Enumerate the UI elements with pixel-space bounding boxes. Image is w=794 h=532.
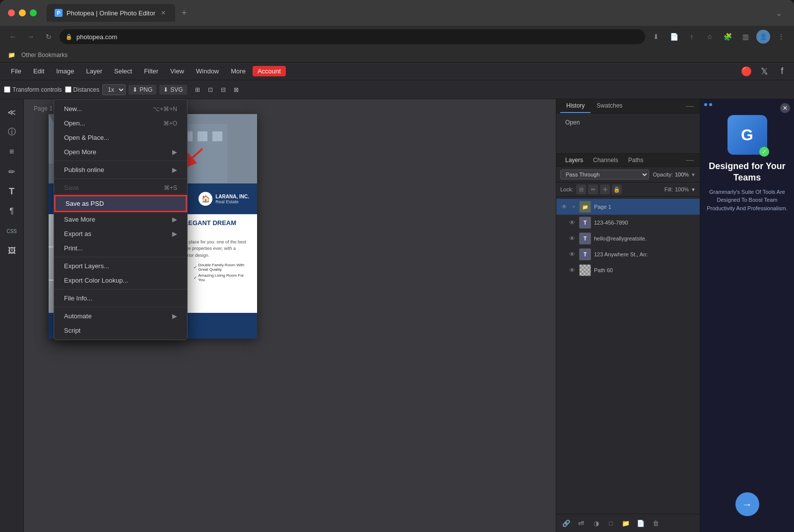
menu-open-more[interactable]: Open More ▶: [54, 145, 187, 159]
menu-export-layers[interactable]: Export Layers...: [54, 259, 187, 273]
reddit-icon[interactable]: 🔴: [740, 65, 752, 77]
ad-next-button[interactable]: →: [735, 492, 759, 516]
blend-mode-select[interactable]: Pass Through Normal Multiply: [560, 170, 649, 179]
adjustment-button[interactable]: ◑: [590, 517, 602, 529]
layer-item[interactable]: 👁 ▼ 📁 Page 1: [556, 199, 700, 215]
lock-transparent-button[interactable]: ⊟: [576, 184, 586, 194]
tab-swatches[interactable]: Swatches: [591, 99, 628, 113]
tab-history[interactable]: History: [560, 99, 591, 113]
history-item-open[interactable]: Open: [562, 118, 694, 127]
tab-channels[interactable]: Channels: [588, 154, 623, 167]
canvas-area[interactable]: Page 1 New... ⌥+⌘+N Open... ⌘+O Open & P…: [24, 99, 556, 532]
more-options-icon[interactable]: ⋮: [774, 30, 788, 44]
download-icon[interactable]: ⬇: [649, 30, 663, 44]
layer-visibility-icon[interactable]: 👁: [568, 250, 576, 258]
menu-more[interactable]: More: [226, 65, 251, 77]
menu-open[interactable]: Open... ⌘+O: [54, 116, 187, 130]
panel-collapse-button[interactable]: —: [684, 100, 696, 113]
layer-item[interactable]: 👁 T 123 Anywhere St., An:: [556, 246, 700, 262]
fill-dropdown-icon[interactable]: ▼: [691, 187, 696, 192]
new-tab-button[interactable]: +: [177, 6, 191, 20]
brush-tool[interactable]: ✏: [3, 163, 21, 180]
image-tool[interactable]: 🖼: [3, 242, 21, 260]
menu-export-as[interactable]: Export as ▶: [54, 227, 187, 241]
layer-visibility-icon[interactable]: 👁: [560, 203, 568, 211]
tab-layers[interactable]: Layers: [560, 154, 588, 167]
layer-visibility-icon[interactable]: 👁: [568, 235, 576, 242]
menu-file-info[interactable]: File Info...: [54, 291, 187, 305]
arrange-tool-2[interactable]: ⊡: [205, 85, 216, 95]
layer-item[interactable]: 👁 Path 60: [556, 262, 700, 278]
menu-new[interactable]: New... ⌥+⌘+N: [54, 102, 187, 116]
mask-button[interactable]: □: [605, 517, 617, 529]
star-icon[interactable]: ☆: [703, 30, 717, 44]
menu-save-more[interactable]: Save More ▶: [54, 212, 187, 227]
address-bar[interactable]: 🔒 photopea.com: [60, 29, 645, 44]
facebook-icon[interactable]: f: [776, 65, 788, 77]
window-menu-icon[interactable]: ⌄: [776, 8, 786, 18]
export-svg-button[interactable]: ⬇ SVG: [159, 85, 187, 95]
zoom-select[interactable]: 1x: [102, 84, 126, 95]
extensions-icon[interactable]: 🧩: [721, 30, 734, 44]
css-panel-btn[interactable]: CSS: [3, 222, 21, 240]
delete-layer-button[interactable]: 🗑: [650, 517, 662, 529]
close-window-button[interactable]: [8, 9, 15, 16]
lock-all-button[interactable]: 🔒: [612, 184, 622, 194]
menu-export-color[interactable]: Export Color Lookup...: [54, 273, 187, 288]
layer-item[interactable]: 👁 T 123-456-7890: [556, 215, 700, 231]
menu-account[interactable]: Account: [253, 66, 286, 76]
panel-toggle-top[interactable]: ≪: [3, 103, 21, 121]
menu-script[interactable]: Script: [54, 323, 187, 338]
arrange-tool-1[interactable]: ⊞: [192, 85, 203, 95]
lock-paint-button[interactable]: ✏: [588, 184, 598, 194]
menu-open-place[interactable]: Open & Place...: [54, 130, 187, 145]
tab-close-button[interactable]: ✕: [159, 9, 167, 17]
ruler-tool[interactable]: ≡: [3, 143, 21, 161]
minimize-window-button[interactable]: [19, 9, 26, 16]
other-bookmarks-label[interactable]: Other Bookmarks: [21, 52, 67, 59]
bookmark-page-icon[interactable]: 📄: [667, 30, 681, 44]
arrange-tool-3[interactable]: ⊟: [218, 85, 229, 95]
ad-close-button[interactable]: ✕: [780, 103, 790, 113]
layer-visibility-icon[interactable]: 👁: [568, 266, 576, 274]
opacity-dropdown-icon[interactable]: ▼: [691, 172, 696, 177]
menu-select[interactable]: Select: [109, 65, 137, 77]
layer-visibility-icon[interactable]: 👁: [568, 219, 576, 227]
menu-filter[interactable]: Filter: [139, 65, 163, 77]
lock-position-button[interactable]: ✛: [600, 184, 610, 194]
menu-file[interactable]: File: [6, 65, 26, 77]
menu-save-psd[interactable]: Save as PSD: [54, 195, 187, 212]
distances-checkbox[interactable]: Distances: [65, 86, 100, 93]
share-icon[interactable]: ↑: [685, 30, 699, 44]
avatar[interactable]: 👤: [756, 30, 770, 44]
back-button[interactable]: ←: [6, 30, 20, 44]
maximize-window-button[interactable]: [30, 9, 37, 16]
forward-button[interactable]: →: [24, 30, 38, 44]
menu-publish-online[interactable]: Publish online ▶: [54, 163, 187, 177]
reload-button[interactable]: ↻: [42, 30, 56, 44]
export-png-button[interactable]: ⬇ PNG: [129, 85, 156, 95]
menu-edit[interactable]: Edit: [28, 65, 49, 77]
tab-paths[interactable]: Paths: [623, 154, 649, 167]
layers-collapse-button[interactable]: —: [684, 154, 696, 167]
menu-window[interactable]: Window: [191, 65, 224, 77]
pen-tool[interactable]: ¶: [3, 202, 21, 220]
text-tool[interactable]: T: [3, 182, 21, 200]
sidebar-icon[interactable]: ▥: [738, 30, 752, 44]
link-layers-button[interactable]: 🔗: [560, 517, 572, 529]
group-button[interactable]: 📁: [620, 517, 632, 529]
layer-item[interactable]: 👁 T hello@reallygreatsite.: [556, 231, 700, 246]
menu-automate[interactable]: Automate ▶: [54, 309, 187, 323]
menu-layer[interactable]: Layer: [81, 65, 108, 77]
arrange-tool-4[interactable]: ⊠: [231, 85, 242, 95]
expand-icon[interactable]: ▼: [571, 204, 576, 210]
twitter-icon[interactable]: 𝕏: [758, 65, 770, 77]
transform-controls-checkbox[interactable]: Transform controls: [4, 86, 62, 93]
active-tab[interactable]: P Photopea | Online Photo Editor ✕: [47, 4, 175, 22]
menu-view[interactable]: View: [165, 65, 189, 77]
new-layer-button[interactable]: 📄: [635, 517, 647, 529]
effects-button[interactable]: eff: [575, 517, 587, 529]
menu-image[interactable]: Image: [51, 65, 79, 77]
info-tool[interactable]: ⓘ: [3, 123, 21, 141]
menu-print[interactable]: Print...: [54, 241, 187, 255]
